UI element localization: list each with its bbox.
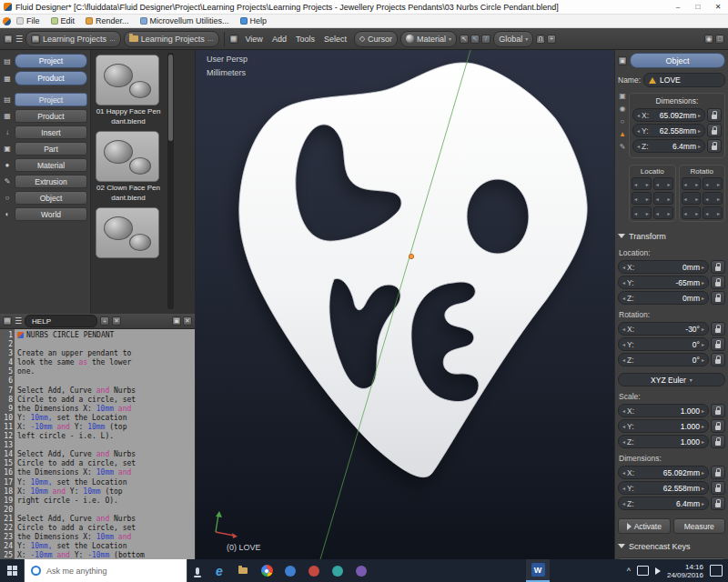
rotation-mode-dropdown[interactable]: XYZ Euler ▾ [618, 373, 725, 386]
scene-tab-icon[interactable]: ◉ [620, 105, 626, 113]
lock-button[interactable] [711, 291, 725, 305]
sidebar-item-button-part[interactable]: Part [15, 142, 87, 156]
text-editor-body[interactable]: 1234567891011121314151617181920212223242… [0, 329, 195, 559]
spinner-button[interactable]: ◂▸ [682, 177, 702, 190]
breadcrumb-0[interactable]: ▤Learning Projects... [25, 31, 121, 47]
unlink-text-button[interactable]: ✕ [112, 316, 121, 326]
dimension-field[interactable]: ◂Y:62.558mm▸ [618, 481, 709, 495]
dimension-field[interactable]: ◂X:65.092mm▸ [632, 108, 705, 122]
sidebar-item-button-product[interactable]: Product [15, 109, 87, 123]
notification-icon[interactable] [710, 565, 723, 577]
measure-button[interactable]: Measure [673, 518, 726, 534]
menu-add[interactable]: Add [268, 35, 291, 44]
location-field[interactable]: ◂X:0mm▸ [618, 260, 709, 274]
lock-button[interactable] [711, 322, 725, 336]
shading-dropdown[interactable]: Material ▾ [400, 31, 457, 47]
screencast-section-header[interactable]: Screencast Keys [618, 539, 725, 553]
scale-field[interactable]: ◂X:1.000▸ [618, 404, 709, 417]
increment-arrow-icon[interactable]: ▸ [702, 279, 704, 286]
decrement-arrow-icon[interactable]: ◂ [622, 485, 625, 491]
sidebar-item-button-extrusion[interactable]: Extrusion [15, 175, 87, 188]
sidebar-button-product[interactable]: Product [15, 71, 87, 85]
thumbnail-item-1[interactable]: 02 Clown Face Pendant.blend [96, 131, 161, 202]
decrement-arrow-icon[interactable]: ◂ [637, 112, 640, 118]
properties-context-icon[interactable]: ▣ [618, 56, 627, 65]
dimension-field[interactable]: ◂Y:62.558mm▸ [632, 124, 705, 137]
decrement-arrow-icon[interactable]: ◂ [622, 295, 625, 301]
file-explorer-icon[interactable] [231, 559, 255, 582]
text-editor-menu-icon[interactable]: ☰ [15, 316, 22, 326]
lock-button[interactable] [711, 435, 725, 448]
decrement-arrow-icon[interactable]: ◂ [622, 469, 625, 476]
lock-button[interactable] [707, 124, 722, 137]
increment-arrow-icon[interactable]: ▸ [702, 295, 704, 301]
word-taskbar-button[interactable]: W [526, 559, 550, 582]
render-tab-icon[interactable]: ▣ [619, 92, 626, 100]
spinner-button[interactable]: ◂▸ [682, 206, 702, 219]
lasso-icon[interactable]: / [481, 35, 490, 44]
text-options-icon[interactable]: ▣ [172, 316, 181, 326]
viewport-3d[interactable]: User Persp Millimeters (0) LOVE [196, 50, 614, 559]
lock-button[interactable] [711, 353, 725, 366]
sidebar-button-project[interactable]: Project [15, 54, 87, 68]
decrement-arrow-icon[interactable]: ◂ [622, 279, 625, 286]
increment-arrow-icon[interactable]: ▸ [698, 143, 701, 149]
app-blue-icon[interactable] [278, 559, 302, 582]
chevron-up-icon[interactable]: ^ [627, 567, 631, 576]
render-preview-icon[interactable]: ◉ [704, 35, 713, 44]
menu-tools[interactable]: Tools [291, 35, 319, 44]
volume-icon[interactable] [655, 567, 661, 575]
increment-arrow-icon[interactable]: ▸ [702, 264, 704, 270]
increment-arrow-icon[interactable]: ▸ [702, 326, 704, 332]
dimension-field[interactable]: ◂Z:6.4mm▸ [618, 497, 709, 510]
spinner-button[interactable]: ◂▸ [703, 177, 723, 190]
new-text-button[interactable]: + [100, 316, 109, 326]
lock-button[interactable] [711, 466, 725, 479]
microphone-button[interactable] [187, 559, 207, 582]
increment-arrow-icon[interactable]: ▸ [702, 341, 704, 347]
app-red-icon[interactable] [302, 559, 326, 582]
taskbar-search-input[interactable]: Ask me anything [24, 559, 187, 582]
object-tab-icon[interactable]: ▲ [619, 130, 626, 138]
decrement-arrow-icon[interactable]: ◂ [622, 407, 625, 414]
menu-help[interactable]: Help [235, 15, 273, 27]
spinner-button[interactable]: ◂▸ [653, 177, 673, 190]
snap-increment-icon[interactable]: + [547, 35, 556, 44]
dimension-field[interactable]: ◂Z:6.4mm▸ [632, 139, 705, 153]
start-button[interactable] [0, 559, 24, 582]
spinner-button[interactable]: ◂▸ [653, 206, 673, 219]
object-context-button[interactable]: Object [630, 53, 725, 68]
sidebar-item-button-insert[interactable]: Insert [15, 125, 87, 139]
decrement-arrow-icon[interactable]: ◂ [637, 143, 640, 149]
orientation-dropdown[interactable]: Global ▾ [493, 31, 533, 47]
magnet-icon[interactable]: U [536, 35, 545, 44]
minimize-button[interactable]: – [668, 0, 688, 14]
lock-button[interactable] [711, 497, 725, 510]
menu-edit[interactable]: Edit [46, 15, 81, 27]
viewport-shading-icon[interactable]: □ [715, 35, 724, 44]
lock-button[interactable] [711, 260, 725, 274]
cursor-menu[interactable]: ◇ Cursor [354, 31, 398, 47]
lock-button[interactable] [707, 108, 722, 122]
lock-button[interactable] [711, 419, 725, 433]
increment-arrow-icon[interactable]: ▸ [702, 407, 704, 414]
decrement-arrow-icon[interactable]: ◂ [622, 356, 625, 363]
viewport-editor-type-button[interactable]: ▦ [229, 35, 238, 44]
breadcrumb-1[interactable]: Learning Projects... [124, 31, 219, 47]
browser-menu-icon[interactable]: ☰ [15, 35, 23, 44]
taskbar-clock[interactable]: 14:16 24/09/2016 [667, 563, 703, 579]
scale-field[interactable]: ◂Y:1.000▸ [618, 419, 709, 433]
location-field[interactable]: ◂Y:-65mm▸ [618, 276, 709, 289]
increment-arrow-icon[interactable]: ▸ [702, 423, 704, 429]
increment-arrow-icon[interactable]: ▸ [702, 485, 704, 491]
lock-button[interactable] [711, 404, 725, 417]
world-tab-icon[interactable]: ○ [621, 117, 625, 125]
sidebar-item-button-object[interactable]: Object [15, 191, 87, 205]
maximize-button[interactable]: □ [688, 0, 708, 14]
text-editor-type-button[interactable]: ▤ [3, 316, 12, 326]
spinner-button[interactable]: ◂▸ [632, 177, 652, 190]
keyboard-icon[interactable] [637, 566, 649, 576]
lock-button[interactable] [711, 276, 725, 289]
rotation-field[interactable]: ◂Y:0°▸ [618, 337, 709, 351]
decrement-arrow-icon[interactable]: ◂ [622, 423, 625, 429]
